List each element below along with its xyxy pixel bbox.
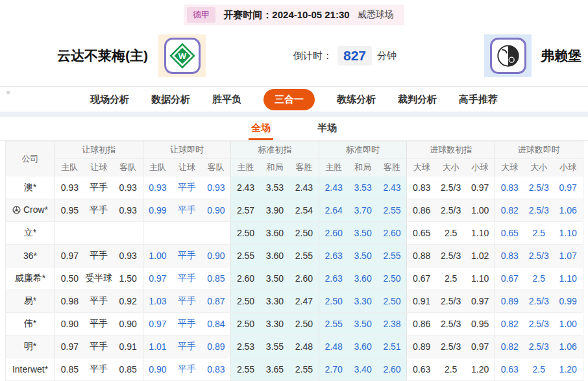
odds-cell: 3.50 (348, 222, 377, 245)
tab-referee-analysis[interactable]: 裁判分析 (398, 93, 437, 106)
tab-three-in-one[interactable]: 三合一 (263, 89, 315, 110)
odds-cell: 2.50 (231, 313, 260, 336)
tab-data-analysis[interactable]: 数据分析 (151, 93, 190, 106)
sub-header: 小球 (465, 159, 495, 177)
nav-decoration-square (6, 91, 10, 94)
odds-cell (201, 222, 230, 245)
odds-cell: 0.89 (407, 336, 436, 358)
odds-cell: 2.5/3 (436, 290, 465, 313)
company-cell[interactable]: 澳* (6, 177, 55, 199)
odds-cell: 1.50 (114, 267, 143, 290)
odds-cell: 2.55 (289, 358, 319, 381)
odds-cell: 平手 (84, 358, 114, 381)
table-row: 立*2.503.602.502.603.502.600.652.51.100.6… (6, 222, 583, 245)
odds-cell (143, 222, 172, 245)
odds-cell (55, 222, 84, 245)
odds-cell: 3.55 (260, 336, 289, 358)
tab-win-draw-lose[interactable]: 胜平负 (212, 93, 241, 106)
odds-cell: 3.60 (348, 336, 377, 358)
odds-cell: 2.55 (378, 199, 407, 222)
section-divider (0, 112, 588, 117)
odds-cell: 3.40 (348, 358, 377, 381)
company-cell[interactable]: 立* (6, 222, 55, 245)
odds-cell: 1.02 (465, 245, 495, 267)
odds-cell: 2.64 (319, 199, 348, 222)
table-row: 澳*0.93平手0.930.93平手0.932.433.532.432.433.… (6, 177, 583, 199)
company-cell[interactable]: 明* (6, 336, 55, 358)
company-name: 易* (24, 295, 36, 307)
company-cell[interactable]: 伟* (6, 313, 55, 336)
company-name: 威廉希* (15, 273, 45, 284)
company-cell[interactable]: 36* (6, 245, 55, 267)
odds-cell: 2.50 (319, 290, 348, 313)
tab-live-analysis[interactable]: 现场分析 (90, 93, 129, 106)
match-info-inner: 德甲 开赛时间：2024-10-05 21:30 威悉球场 (184, 5, 404, 25)
odds-cell: 0.65 (407, 222, 436, 245)
team-header: 云达不莱梅(主) W 倒计时： 827 分钟 弗赖堡 (0, 25, 588, 86)
odds-cell: 3.50 (348, 313, 377, 336)
sub-header: 主胜 (231, 159, 260, 177)
odds-cell: 0.98 (55, 290, 84, 313)
sub-header: 大小 (524, 159, 554, 177)
tab-half-time[interactable]: 半场 (315, 122, 339, 140)
odds-cell: 平手 (172, 199, 201, 222)
odds-cell: 0.86 (407, 199, 436, 222)
odds-cell: 2.50 (231, 290, 260, 313)
odds-cell: 0.82 (495, 313, 524, 336)
venue-label: 威悉球场 (358, 9, 394, 21)
odds-cell: 0.83 (495, 245, 524, 267)
odds-cell: 0.89 (201, 336, 230, 358)
odds-cell: 2.5 (524, 222, 554, 245)
odds-cell (114, 222, 143, 245)
odds-cell: 1.20 (554, 358, 583, 381)
odds-cell: 3.60 (260, 222, 289, 245)
odds-cell: 2.50 (378, 290, 407, 313)
odds-cell: 0.63 (495, 358, 524, 381)
odds-cell: 1.20 (465, 358, 495, 381)
odds-cell: 0.97 (143, 313, 172, 336)
odds-cell: 1.10 (554, 267, 583, 290)
company-name: 澳* (24, 182, 36, 193)
table-row: Interwet*0.85平手0.850.90平手0.832.553.652.5… (6, 358, 583, 381)
odds-cell: 2.60 (319, 222, 348, 245)
table-row: 36*0.97平手0.931.00平手0.902.553.602.552.633… (6, 245, 583, 267)
odds-cell: 3.30 (260, 290, 289, 313)
company-cell[interactable]: 易* (6, 290, 55, 313)
odds-cell: 2.60 (289, 267, 319, 290)
odds-cell: 2.54 (289, 199, 319, 222)
tab-expert-picks[interactable]: 高手推荐 (459, 93, 498, 106)
table-row: 威廉希*0.50受半球1.500.97平手0.852.603.502.602.6… (6, 267, 583, 290)
odds-cell: 2.5/3 (524, 336, 554, 358)
company-cell[interactable]: Interwet* (6, 358, 55, 381)
group-header-5: 进球数即时 (495, 141, 583, 159)
odds-cell: 2.5/3 (524, 313, 554, 336)
odds-cell: 平手 (172, 267, 201, 290)
company-column-header: 公司 (6, 141, 55, 177)
odds-cell: 0.90 (201, 199, 230, 222)
company-cell[interactable]: Crow* (6, 199, 55, 222)
odds-cell: 2.5/3 (524, 177, 554, 199)
tab-coach-analysis[interactable]: 教练分析 (337, 93, 376, 106)
odds-cell: 2.5 (436, 267, 465, 290)
odds-cell: 2.5/3 (436, 245, 465, 267)
group-header-3: 标准即时 (319, 141, 407, 159)
table-row: 伟*0.90平手0.900.97平手0.842.503.302.502.553.… (6, 313, 583, 336)
odds-cell: 2.55 (289, 245, 319, 267)
sub-header: 客胜 (378, 159, 407, 177)
odds-cell: 3.90 (260, 199, 289, 222)
odds-cell: 平手 (172, 313, 201, 336)
odds-cell: 0.88 (407, 245, 436, 267)
odds-cell: 0.93 (114, 245, 143, 267)
sub-header: 和局 (260, 159, 289, 177)
odds-cell: 2.5/3 (524, 245, 554, 267)
company-cell[interactable]: 威廉希* (6, 267, 55, 290)
odds-cell: 0.83 (201, 358, 230, 381)
odds-cell: 2.51 (378, 336, 407, 358)
odds-cell: 2.55 (378, 245, 407, 267)
odds-cell: 平手 (172, 177, 201, 199)
odds-cell: 2.5/3 (524, 290, 554, 313)
tab-full-time[interactable]: 全场 (249, 122, 273, 140)
odds-cell: 2.5 (524, 267, 554, 290)
odds-cell: 2.57 (231, 199, 260, 222)
odds-cell: 1.00 (143, 245, 172, 267)
